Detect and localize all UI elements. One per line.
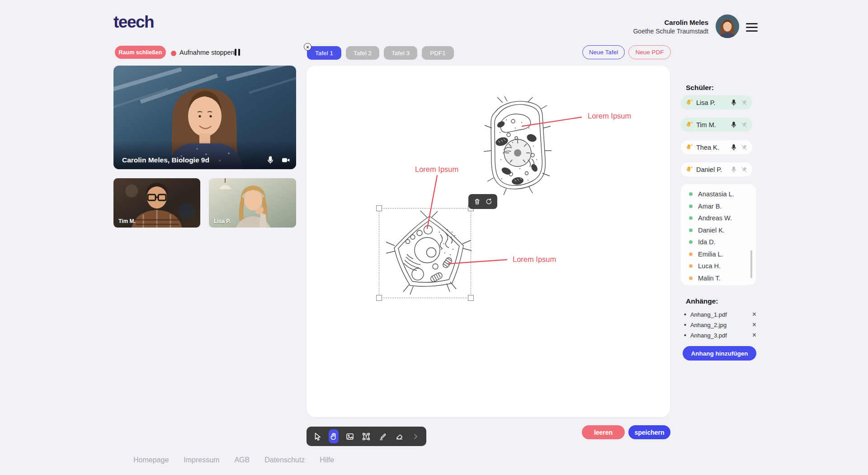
- clear-board-button[interactable]: leeren: [582, 425, 625, 439]
- roster-name: Luca H.: [698, 262, 721, 270]
- student-pill[interactable]: Thea K.: [681, 140, 752, 154]
- student-pill-name: Daniel P.: [696, 166, 727, 173]
- board-tab-1[interactable]: Tafel 1: [307, 46, 341, 60]
- teacher-video-tile: Carolin Meles, Biologie 9d: [113, 66, 296, 169]
- rotate-object-button[interactable]: [485, 198, 493, 205]
- pause-recording-icon[interactable]: [235, 49, 240, 56]
- annotation-label[interactable]: Lorem Ipsum: [415, 165, 458, 174]
- roster-name: Amar B.: [698, 203, 722, 210]
- roster-name: Anastasia L.: [698, 190, 734, 198]
- annotation-label[interactable]: Lorem Ipsum: [588, 112, 631, 120]
- footer-link-agb[interactable]: AGB: [234, 456, 250, 464]
- student-video-tile-lisa[interactable]: Lisa P.: [209, 178, 296, 228]
- student-video-tile-tim[interactable]: Tim M.: [113, 178, 200, 228]
- teacher-video-label: Carolin Meles, Biologie 9d: [122, 156, 209, 164]
- student-roster-card: Anastasia L. Amar B. Andreas W. Daniel K…: [681, 184, 756, 285]
- stop-recording-label[interactable]: Aufnahme stoppen: [179, 49, 235, 56]
- selection-handle[interactable]: [376, 205, 382, 211]
- attachment-name: Anhang_2.jpg: [690, 322, 748, 328]
- close-tab-icon[interactable]: ×: [304, 43, 311, 51]
- app-logo: teech: [113, 13, 154, 32]
- mic-icon[interactable]: [730, 121, 737, 128]
- mic-icon[interactable]: [266, 156, 275, 165]
- pin-off-icon[interactable]: [741, 144, 748, 151]
- menu-icon[interactable]: [746, 23, 758, 32]
- board-tab-2[interactable]: Tafel 2: [346, 46, 379, 60]
- add-attachment-button[interactable]: Anhang hinzufügen: [683, 346, 756, 361]
- attachment-row: • Anhang_3.pdf ×: [684, 332, 756, 339]
- footer-link-impressum[interactable]: Impressum: [184, 456, 219, 464]
- roster-row: Andreas W.: [689, 214, 756, 222]
- chevron-right-icon[interactable]: [410, 429, 420, 443]
- roster-row: Amar B.: [689, 203, 756, 210]
- selection-handle[interactable]: [376, 295, 382, 301]
- roster-row: Luca H.: [689, 262, 756, 270]
- remove-attachment-icon[interactable]: ×: [752, 332, 756, 339]
- roster-name: Emilia L.: [698, 251, 723, 258]
- plant-cell-drawing-large[interactable]: [475, 96, 559, 197]
- footer-link-homepage[interactable]: Homepage: [133, 456, 169, 464]
- cursor-tool-icon[interactable]: [312, 429, 322, 443]
- avatar-portrait-image: [716, 14, 739, 38]
- attachment-row: • Anhang_2.jpg ×: [684, 321, 756, 328]
- eraser-tool-icon[interactable]: [394, 429, 404, 443]
- mic-icon[interactable]: [730, 99, 737, 106]
- close-room-button[interactable]: Raum schließen: [115, 46, 166, 59]
- remove-attachment-icon[interactable]: ×: [752, 321, 756, 328]
- attachment-name: Anhang_1.pdf: [690, 311, 748, 318]
- save-board-button[interactable]: speichern: [628, 425, 670, 439]
- roster-name: Ida D.: [698, 238, 716, 246]
- annotation-label[interactable]: Lorem Ipsum: [513, 255, 556, 264]
- delete-object-button[interactable]: [473, 198, 481, 205]
- bullet: •: [684, 321, 686, 328]
- attachment-name: Anhang_3.pdf: [690, 332, 748, 339]
- app-root: teech Carolin Meles Goethe Schule Traums…: [0, 0, 868, 475]
- roster-row: Emilia L.: [689, 251, 756, 258]
- pin-off-icon[interactable]: [741, 166, 748, 173]
- board-tab-pdf1[interactable]: PDF1: [422, 46, 454, 60]
- selection-handle[interactable]: [468, 295, 474, 301]
- mic-icon[interactable]: [730, 144, 737, 151]
- video-gradient: [113, 140, 296, 169]
- raised-hand-icon: [685, 166, 693, 173]
- status-dot: [689, 240, 693, 244]
- footer-nav: Homepage Impressum AGB Datenschutz Hilfe: [133, 456, 334, 464]
- recording-dot-icon: [171, 51, 176, 56]
- pin-off-icon[interactable]: [741, 99, 748, 106]
- roster-scrollbar[interactable]: [750, 250, 752, 278]
- roster-name: Andreas W.: [698, 214, 732, 222]
- pen-tool-icon[interactable]: [378, 429, 388, 443]
- avatar[interactable]: [716, 14, 739, 38]
- bullet: •: [684, 311, 686, 318]
- footer-link-datenschutz[interactable]: Datenschutz: [264, 456, 305, 464]
- student-pill[interactable]: Tim M.: [681, 118, 752, 132]
- footer-link-hilfe[interactable]: Hilfe: [320, 456, 334, 464]
- image-tool-icon[interactable]: [345, 429, 355, 443]
- bullet: •: [684, 332, 686, 339]
- pin-off-icon[interactable]: [741, 121, 748, 128]
- text-tool-icon[interactable]: [361, 429, 371, 443]
- selection-toolbar: [468, 194, 497, 209]
- raised-hand-icon: [685, 121, 693, 128]
- student-pill-name: Tim M.: [696, 121, 727, 128]
- new-pdf-button[interactable]: Neue PDF: [628, 45, 671, 59]
- mic-icon[interactable]: [730, 166, 737, 173]
- student-video-label: Tim M.: [118, 218, 136, 224]
- remove-attachment-icon[interactable]: ×: [752, 311, 756, 318]
- status-dot: [689, 204, 693, 208]
- new-board-button[interactable]: Neue Tafel: [582, 45, 625, 59]
- tool-palette: [307, 427, 426, 446]
- status-dot: [689, 216, 693, 220]
- whiteboard-canvas[interactable]: Lorem Ipsum Lorem Ipsum Lorem Ipsum: [307, 66, 670, 417]
- raised-hand-icon: [685, 99, 693, 106]
- board-tabs: Tafel 1 Tafel 2 Tafel 3 PDF1: [307, 46, 454, 60]
- selection-box: [379, 208, 471, 298]
- student-pill[interactable]: Lisa P.: [681, 95, 752, 109]
- camera-icon[interactable]: [281, 156, 291, 165]
- student-pill[interactable]: Daniel P.: [681, 162, 752, 176]
- user-block: Carolin Meles Goethe Schule Traumstadt: [633, 18, 708, 35]
- student-pill-name: Lisa P.: [696, 99, 727, 106]
- hand-tool-icon[interactable]: [329, 429, 339, 443]
- board-tab-3[interactable]: Tafel 3: [384, 46, 417, 60]
- roster-name: Daniel K.: [698, 227, 725, 234]
